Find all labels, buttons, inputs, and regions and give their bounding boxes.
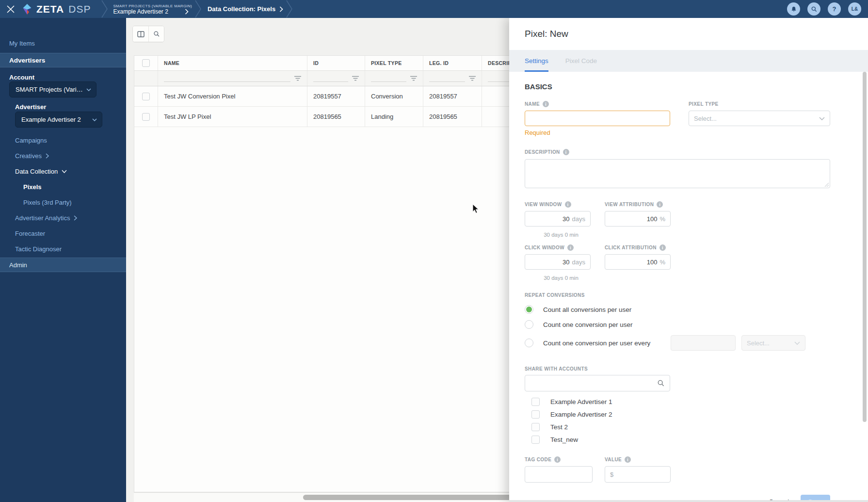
- chevron-down-icon: [62, 170, 67, 173]
- repeat-option-every[interactable]: Count one conversion per user every Sele…: [525, 335, 830, 351]
- radio-unselected[interactable]: [525, 339, 533, 347]
- filter-icon[interactable]: [294, 76, 301, 81]
- info-icon[interactable]: i: [567, 244, 574, 251]
- info-icon[interactable]: i: [657, 201, 663, 208]
- cell-name[interactable]: Test JW Conversion Pixel: [158, 86, 307, 106]
- info-icon[interactable]: i: [659, 244, 666, 251]
- sidebar-section-advertisers[interactable]: Advertisers: [0, 53, 126, 67]
- breadcrumb-account[interactable]: SMART PROJECTS (VARIABLE MARGIN) Example…: [113, 0, 192, 18]
- view-window-value: 30: [563, 215, 569, 223]
- chevron-down-icon: [794, 341, 800, 345]
- sidebar-item-creatives[interactable]: Creatives: [15, 152, 141, 160]
- filter-name-cell: [158, 71, 307, 86]
- click-window-unit: days: [572, 259, 585, 266]
- sidebar-section-admin[interactable]: Admin: [0, 258, 126, 272]
- repeat-every-amount-input[interactable]: [671, 335, 736, 351]
- cell-name[interactable]: Test JW LP Pixel: [158, 107, 307, 127]
- click-attribution-input[interactable]: 100 %: [605, 254, 671, 270]
- advertisers-label: Advertisers: [9, 57, 45, 64]
- view-attribution-input[interactable]: 100 %: [605, 211, 671, 227]
- sidebar-item-data-collection[interactable]: Data Collection: [15, 168, 141, 175]
- column-header-leg-id[interactable]: LEG. ID: [423, 56, 482, 70]
- notifications-button[interactable]: [787, 2, 800, 16]
- horizontal-scrollbar-thumb[interactable]: [303, 495, 512, 500]
- value-input[interactable]: $: [605, 466, 671, 483]
- description-textarea[interactable]: [525, 159, 830, 188]
- share-search-input[interactable]: [525, 375, 670, 391]
- account-value: SMART Projects (Variable M...: [16, 86, 84, 93]
- chevron-right-icon[interactable]: [279, 6, 283, 12]
- account-checkbox[interactable]: [531, 423, 540, 431]
- radio-unselected[interactable]: [525, 320, 533, 329]
- share-account-row[interactable]: Example Advertiser 1: [531, 397, 830, 406]
- info-icon[interactable]: i: [625, 456, 631, 463]
- account-checkbox[interactable]: [531, 398, 540, 406]
- info-icon[interactable]: i: [554, 456, 561, 463]
- pixel-type-filter-input[interactable]: [371, 75, 406, 82]
- column-header-id[interactable]: ID: [307, 56, 365, 70]
- tab-settings[interactable]: Settings: [525, 50, 548, 72]
- repeat-option-one[interactable]: Count one conversion per user: [525, 320, 830, 329]
- sidebar-item-pixels[interactable]: Pixels: [23, 183, 149, 191]
- help-button[interactable]: ?: [828, 2, 841, 16]
- name-label: NAME: [525, 101, 540, 107]
- sidebar-item-advertiser-analytics[interactable]: Advertiser Analytics: [15, 214, 141, 222]
- advertiser-select[interactable]: Example Advertiser 2: [15, 112, 102, 128]
- sidebar-item-forecaster[interactable]: Forecaster: [15, 230, 141, 237]
- sidebar-item-campaigns[interactable]: Campaigns: [15, 137, 141, 144]
- row-checkbox-cell: [134, 107, 158, 127]
- sidebar-item-pixels-3rd-party[interactable]: Pixels (3rd Party): [23, 199, 149, 206]
- name-required-message: Required: [525, 129, 670, 136]
- share-account-label: Test_new: [550, 436, 578, 443]
- share-account-row[interactable]: Test 2: [531, 422, 830, 431]
- row-checkbox[interactable]: [142, 113, 150, 121]
- cell-leg-id: 20819565: [423, 107, 482, 127]
- row-checkbox[interactable]: [142, 93, 150, 100]
- search-button[interactable]: [807, 2, 820, 16]
- leg-id-filter-input[interactable]: [429, 75, 465, 82]
- info-icon[interactable]: i: [563, 149, 569, 155]
- resize-handle-icon[interactable]: [824, 182, 829, 187]
- column-header-pixel-type[interactable]: PIXEL TYPE: [365, 56, 423, 70]
- account-checkbox[interactable]: [531, 410, 540, 419]
- id-filter-input[interactable]: [313, 75, 348, 82]
- filter-icon[interactable]: [410, 76, 417, 81]
- select-all-checkbox[interactable]: [142, 59, 150, 67]
- table-search-button[interactable]: [148, 26, 164, 42]
- tag-code-input[interactable]: [525, 466, 593, 483]
- click-window-input[interactable]: 30 days: [525, 254, 591, 270]
- repeat-option-all[interactable]: Count all conversions per user: [525, 305, 830, 314]
- pixel-type-select[interactable]: Select...: [689, 111, 830, 126]
- share-account-row[interactable]: Example Advertiser 2: [531, 410, 830, 419]
- column-header-name[interactable]: NAME: [158, 56, 307, 70]
- filter-icon[interactable]: [469, 76, 476, 81]
- app-root: ZETA DSP SMART PROJECTS (VARIABLE MARGIN…: [0, 0, 868, 502]
- filter-icon[interactable]: [352, 76, 359, 81]
- account-select[interactable]: SMART Projects (Variable M...: [9, 81, 96, 97]
- breadcrumb-page[interactable]: Data Collection: Pixels: [208, 5, 283, 13]
- view-window-input[interactable]: 30 days: [525, 211, 591, 227]
- description-label: DESCRIPTION: [525, 149, 560, 155]
- user-avatar[interactable]: L&: [848, 2, 861, 16]
- sidebar-item-my-items[interactable]: My Items: [9, 40, 135, 47]
- name-input[interactable]: [525, 111, 670, 126]
- description-label-row: DESCRIPTION i: [525, 149, 830, 155]
- zeta-dsp-logo[interactable]: ZETA DSP: [21, 3, 91, 15]
- chevron-down-icon: [819, 117, 825, 120]
- sidebar-item-tactic-diagnoser[interactable]: Tactic Diagnoser: [15, 245, 141, 253]
- name-filter-input[interactable]: [164, 75, 290, 82]
- tab-pixel-code[interactable]: Pixel Code: [565, 50, 597, 72]
- cell-pixel-type: Conversion: [365, 86, 423, 106]
- info-icon[interactable]: i: [543, 101, 549, 107]
- radio-selected[interactable]: [525, 305, 533, 314]
- value-label: VALUE: [605, 457, 622, 462]
- breadcrumb-advertiser-name: Example Advertiser 2: [113, 9, 168, 15]
- chevron-right-icon[interactable]: [185, 9, 189, 15]
- search-icon[interactable]: [657, 379, 665, 387]
- panel-scrollbar-thumb[interactable]: [863, 72, 867, 422]
- share-account-row[interactable]: Test_new: [531, 435, 830, 444]
- repeat-every-unit-select[interactable]: Select...: [741, 335, 805, 351]
- info-icon[interactable]: i: [565, 201, 571, 208]
- account-checkbox[interactable]: [531, 436, 540, 444]
- close-icon[interactable]: [0, 0, 21, 18]
